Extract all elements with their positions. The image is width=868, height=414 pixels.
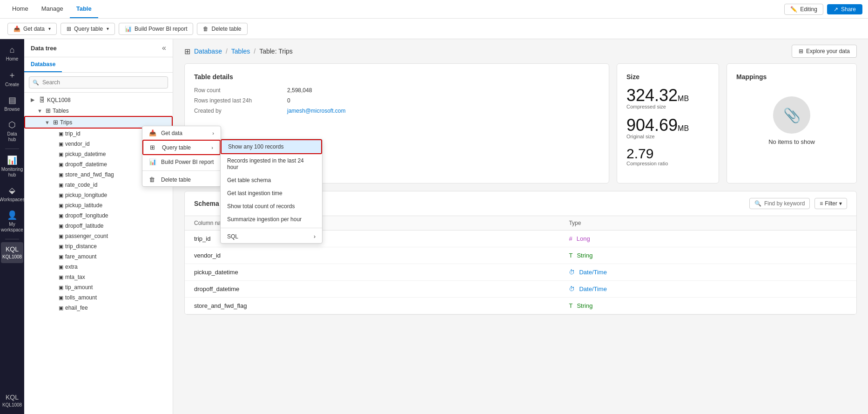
- ctx-get-data-label: Get data: [161, 130, 182, 136]
- tree-extra[interactable]: ▣ extra: [24, 262, 173, 272]
- tab-database[interactable]: Database: [24, 57, 62, 72]
- find-by-keyword[interactable]: 🔍 Find by keyword: [749, 198, 810, 209]
- editing-badge[interactable]: ✏️ Editing: [784, 4, 823, 15]
- nav-manage[interactable]: Manage: [35, 0, 70, 18]
- tree-mta_tax[interactable]: ▣ mta_tax: [24, 272, 173, 282]
- table-row: pickup_datetime⏱Date/Time: [185, 264, 856, 281]
- sql-chevron-icon: ›: [314, 233, 316, 240]
- col-type-cell: TString: [559, 247, 856, 264]
- filter-icon: ≡: [820, 200, 823, 207]
- query-table-ctx-icon: ⊞: [150, 144, 158, 151]
- nav-divider-2: [5, 239, 19, 239]
- tree-tip_amount[interactable]: ▣ tip_amount: [24, 282, 173, 292]
- tree-dropoff_latitude[interactable]: ▣ dropoff_latitude: [24, 221, 173, 231]
- query-table-label: Query table: [74, 26, 103, 32]
- submenu-get-schema[interactable]: Get table schema: [221, 174, 322, 187]
- delete-table-label: Delete table: [211, 26, 241, 32]
- nav-table[interactable]: Table: [70, 0, 98, 18]
- tree-ehail_fee[interactable]: ▣ ehail_fee: [24, 303, 173, 313]
- original-unit: MB: [678, 124, 689, 132]
- rows-ingested-row: Rows ingested last 24h 0: [194, 97, 599, 104]
- col-type-cell: TString: [559, 298, 856, 314]
- tree-database[interactable]: ▶ 🗄 KQL1008: [24, 95, 173, 105]
- col-name-cell: vendor_id: [185, 247, 559, 264]
- query-icon: ⊞: [67, 26, 71, 32]
- tree-trip_distance[interactable]: ▣ trip_distance: [24, 241, 173, 251]
- data-tree-sidebar: Data tree « Database ▶ 🗄 KQL1008: [24, 39, 173, 414]
- filter-label: Filter: [825, 200, 837, 207]
- get-data-chevron: ▾: [48, 26, 51, 31]
- nav-kql1-icon[interactable]: KQL KQL1008: [1, 242, 23, 263]
- submenu-records-24h[interactable]: Records ingested in the last 24 hour: [221, 154, 322, 174]
- share-button[interactable]: ↗ Share: [827, 4, 862, 14]
- type-icon: ⏱: [569, 269, 575, 276]
- ratio-label: Compression ratio: [626, 161, 709, 166]
- tree-pickup_latitude[interactable]: ▣ pickup_latitude: [24, 200, 173, 210]
- compressed-unit: MB: [678, 95, 689, 102]
- top-nav: Home Manage Table: [6, 0, 98, 18]
- breadcrumb-icon: ⊞: [184, 47, 190, 56]
- created-by-row: Created by jamesh@microsoft.com: [194, 108, 599, 114]
- nav-datahub-icon[interactable]: ⬡ Data hub: [1, 116, 23, 146]
- nav-myworkspace-icon[interactable]: 👤 My workspace: [1, 207, 23, 236]
- action-bar: 📥 Get data ▾ ⊞ Query table ▾ 📊 Build Pow…: [0, 19, 868, 39]
- nav-create-icon[interactable]: ＋ Create: [1, 66, 23, 91]
- created-by-label: Created by: [194, 108, 269, 114]
- submenu-summarize-label: Summarize ingestion per hour: [227, 216, 302, 223]
- top-bar-right: ✏️ Editing ↗ Share: [784, 4, 862, 15]
- submenu-summarize[interactable]: Summarize ingestion per hour: [221, 213, 322, 226]
- table-row: store_and_fwd_flagTString: [185, 298, 856, 314]
- breadcrumb-tables[interactable]: Tables: [231, 48, 250, 55]
- delete-table-button[interactable]: 🗑 Delete table: [197, 23, 247, 35]
- breadcrumb-database[interactable]: Database: [194, 48, 222, 55]
- explore-data-button[interactable]: ⊞ Explore your data: [792, 45, 857, 58]
- tree-tables[interactable]: ▼ ⊞ Tables: [24, 105, 173, 116]
- rows-ingested-value: 0: [287, 97, 290, 104]
- editing-label: Editing: [800, 6, 817, 13]
- sidebar-title: Data tree: [31, 45, 57, 52]
- nav-workspaces-icon[interactable]: ⬙ Workspaces: [1, 182, 23, 206]
- query-submenu: Show any 100 records Records ingested in…: [220, 139, 323, 244]
- tree-tolls_amount[interactable]: ▣ tolls_amount: [24, 292, 173, 303]
- row-count-label: Row count: [194, 87, 269, 94]
- build-report-button[interactable]: 📊 Build Power BI report: [119, 23, 193, 35]
- get-data-icon: 📥: [13, 26, 20, 32]
- mappings-empty-label: No items to show: [768, 138, 815, 145]
- ctx-get-data[interactable]: 📥 Get data ›: [142, 126, 221, 140]
- ctx-build-report[interactable]: 📊 Build Power BI report: [142, 155, 221, 169]
- nav-home-icon[interactable]: ⌂ Home: [1, 42, 23, 65]
- submenu-total-count[interactable]: Show total count of records: [221, 200, 322, 213]
- ctx-delete-label: Delete table: [161, 176, 191, 183]
- tree-passenger_count[interactable]: ▣ passenger_count: [24, 231, 173, 241]
- sidebar-collapse-button[interactable]: «: [162, 44, 166, 52]
- submenu-show-100-label: Show any 100 records: [228, 143, 283, 150]
- submenu-get-schema-label: Get table schema: [227, 177, 271, 183]
- nav-kql2-icon[interactable]: KQL KQL1008: [1, 390, 23, 411]
- tree-dropoff_longitude[interactable]: ▣ dropoff_longitude: [24, 210, 173, 221]
- submenu-sql[interactable]: SQL ›: [221, 230, 322, 243]
- ctx-delete-table[interactable]: 🗑 Delete table: [142, 173, 221, 186]
- type-icon: T: [569, 252, 572, 259]
- ctx-query-table[interactable]: ⊞ Query table ›: [142, 140, 221, 155]
- paperclip-icon: 📎: [783, 107, 801, 123]
- nav-monitoring-icon[interactable]: 📊 Monitoring hub: [1, 152, 23, 181]
- get-data-button[interactable]: 📥 Get data ▾: [7, 23, 57, 35]
- build-report-label: Build Power BI report: [135, 26, 187, 32]
- search-input[interactable]: [29, 76, 168, 88]
- col-name-cell: dropoff_datetime: [185, 281, 559, 298]
- compressed-size: 324.32MB: [626, 87, 709, 104]
- tree-fare_amount[interactable]: ▣ fare_amount: [24, 251, 173, 262]
- submenu-show-100[interactable]: Show any 100 records: [221, 139, 322, 154]
- tree-pickup_longitude[interactable]: ▣ pickup_longitude: [24, 190, 173, 200]
- share-icon: ↗: [834, 6, 838, 13]
- filter-button[interactable]: ≡ Filter ▾: [814, 198, 847, 209]
- build-report-icon: 📊: [125, 26, 132, 32]
- nav-browse-icon[interactable]: ▤ Browse: [1, 92, 23, 115]
- query-table-button[interactable]: ⊞ Query table ▾: [61, 23, 115, 35]
- submenu-last-ingestion[interactable]: Get last ingestion time: [221, 187, 322, 200]
- explore-label: Explore your data: [806, 48, 850, 54]
- nav-home[interactable]: Home: [6, 0, 35, 18]
- mappings-card: Mappings 📎 No items to show: [727, 63, 857, 183]
- table-row: vendor_idTString: [185, 247, 856, 264]
- rows-ingested-label: Rows ingested last 24h: [194, 97, 269, 104]
